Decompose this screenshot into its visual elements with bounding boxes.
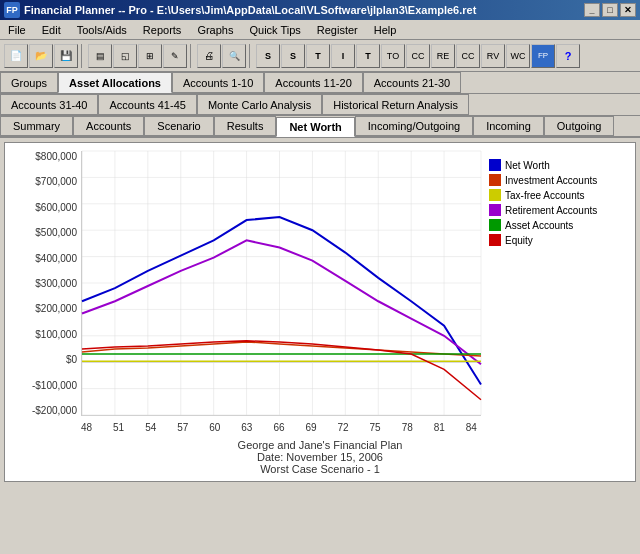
y-label-300k: $300,000 bbox=[35, 278, 77, 289]
nav-accounts-21-30[interactable]: Accounts 21-30 bbox=[363, 72, 461, 93]
tb-print[interactable]: 🖨 bbox=[197, 44, 221, 68]
legend-label-asset: Asset Accounts bbox=[505, 220, 573, 231]
x-label-48: 48 bbox=[81, 422, 92, 433]
tb-fp[interactable]: FP bbox=[531, 44, 555, 68]
nav-row1: Groups Asset Allocations Accounts 1-10 A… bbox=[0, 72, 640, 94]
y-label-600k: $600,000 bbox=[35, 202, 77, 213]
tb-c5[interactable]: T bbox=[356, 44, 380, 68]
x-label-54: 54 bbox=[145, 422, 156, 433]
menu-tools[interactable]: Tools/Aids bbox=[73, 23, 131, 37]
toolbar: 📄 📂 💾 ▤ ◱ ⊞ ✎ 🖨 🔍 S S T I T TO CC RE CC … bbox=[0, 40, 640, 72]
tb-sep3 bbox=[249, 44, 253, 68]
tb-c2[interactable]: S bbox=[281, 44, 305, 68]
tb-c4[interactable]: I bbox=[331, 44, 355, 68]
tab-outgoing[interactable]: Outgoing bbox=[544, 116, 615, 136]
y-label-500k: $500,000 bbox=[35, 227, 77, 238]
x-axis: 48 51 54 57 60 63 66 69 72 75 78 81 84 bbox=[5, 420, 635, 435]
menu-reports[interactable]: Reports bbox=[139, 23, 186, 37]
app-icon: FP bbox=[4, 2, 20, 18]
tb-c9[interactable]: CC bbox=[456, 44, 480, 68]
chart-main bbox=[81, 151, 481, 416]
x-label-81: 81 bbox=[434, 422, 445, 433]
nav-monte-carlo[interactable]: Monte Carlo Analysis bbox=[197, 94, 322, 115]
nav-accounts-11-20[interactable]: Accounts 11-20 bbox=[264, 72, 362, 93]
legend-taxfree: Tax-free Accounts bbox=[489, 189, 623, 201]
tb-c3[interactable]: T bbox=[306, 44, 330, 68]
legend-retirement: Retirement Accounts bbox=[489, 204, 623, 216]
title-text: Financial Planner -- Pro - E:\Users\Jim\… bbox=[24, 4, 476, 16]
menu-edit[interactable]: Edit bbox=[38, 23, 65, 37]
tb-c11[interactable]: WC bbox=[506, 44, 530, 68]
tab-net-worth[interactable]: Net Worth bbox=[276, 117, 354, 137]
tb-c8[interactable]: RE bbox=[431, 44, 455, 68]
y-label-200k: $200,000 bbox=[35, 303, 77, 314]
nav-accounts-31-40[interactable]: Accounts 31-40 bbox=[0, 94, 98, 115]
minimize-button[interactable]: _ bbox=[584, 3, 600, 17]
legend-color-asset bbox=[489, 219, 501, 231]
legend-equity: Equity bbox=[489, 234, 623, 246]
titlebar: FP Financial Planner -- Pro - E:\Users\J… bbox=[0, 0, 640, 20]
tab-incoming-outgoing[interactable]: Incoming/Outgoing bbox=[355, 116, 473, 136]
legend-label-equity: Equity bbox=[505, 235, 533, 246]
menu-quicktips[interactable]: Quick Tips bbox=[245, 23, 304, 37]
chart-container: $800,000 $700,000 $600,000 $500,000 $400… bbox=[5, 143, 635, 420]
x-label-60: 60 bbox=[209, 422, 220, 433]
menu-help[interactable]: Help bbox=[370, 23, 401, 37]
x-label-84: 84 bbox=[466, 422, 477, 433]
legend-label-net-worth: Net Worth bbox=[505, 160, 550, 171]
legend-asset: Asset Accounts bbox=[489, 219, 623, 231]
y-label-800k: $800,000 bbox=[35, 151, 77, 162]
tb-c10[interactable]: RV bbox=[481, 44, 505, 68]
nav-accounts-41-45[interactable]: Accounts 41-45 bbox=[98, 94, 196, 115]
tb-new[interactable]: 📄 bbox=[4, 44, 28, 68]
y-label-neg100k: -$100,000 bbox=[32, 380, 77, 391]
tab-incoming[interactable]: Incoming bbox=[473, 116, 544, 136]
x-label-78: 78 bbox=[402, 422, 413, 433]
x-label-57: 57 bbox=[177, 422, 188, 433]
nav-accounts-1-10[interactable]: Accounts 1-10 bbox=[172, 72, 264, 93]
menu-file[interactable]: File bbox=[4, 23, 30, 37]
tab-summary[interactable]: Summary bbox=[0, 116, 73, 136]
tab-scenario[interactable]: Scenario bbox=[144, 116, 213, 136]
x-label-72: 72 bbox=[338, 422, 349, 433]
tb-c7[interactable]: CC bbox=[406, 44, 430, 68]
tb-open[interactable]: 📂 bbox=[29, 44, 53, 68]
x-label-66: 66 bbox=[273, 422, 284, 433]
legend-label-retirement: Retirement Accounts bbox=[505, 205, 597, 216]
tb-help[interactable]: ? bbox=[556, 44, 580, 68]
nav-asset-allocations[interactable]: Asset Allocations bbox=[58, 72, 172, 93]
menu-register[interactable]: Register bbox=[313, 23, 362, 37]
x-label-63: 63 bbox=[241, 422, 252, 433]
chart-svg bbox=[82, 151, 481, 415]
tab-results[interactable]: Results bbox=[214, 116, 277, 136]
menu-graphs[interactable]: Graphs bbox=[193, 23, 237, 37]
nav-groups[interactable]: Groups bbox=[0, 72, 58, 93]
titlebar-left: FP Financial Planner -- Pro - E:\Users\J… bbox=[4, 2, 476, 18]
legend-investment: Investment Accounts bbox=[489, 174, 623, 186]
tb-c1[interactable]: S bbox=[256, 44, 280, 68]
nav-historical-return[interactable]: Historical Return Analysis bbox=[322, 94, 469, 115]
tb-preview[interactable]: 🔍 bbox=[222, 44, 246, 68]
tb-b4[interactable]: ✎ bbox=[163, 44, 187, 68]
tab-row: Summary Accounts Scenario Results Net Wo… bbox=[0, 116, 640, 138]
y-label-100k: $100,000 bbox=[35, 329, 77, 340]
y-label-0: $0 bbox=[66, 354, 77, 365]
caption-line1: George and Jane's Financial Plan bbox=[5, 439, 635, 451]
tb-b3[interactable]: ⊞ bbox=[138, 44, 162, 68]
close-button[interactable]: ✕ bbox=[620, 3, 636, 17]
x-label-51: 51 bbox=[113, 422, 124, 433]
legend-color-equity bbox=[489, 234, 501, 246]
tb-c6[interactable]: TO bbox=[381, 44, 405, 68]
tab-accounts[interactable]: Accounts bbox=[73, 116, 144, 136]
legend-color-net-worth bbox=[489, 159, 501, 171]
tb-b1[interactable]: ▤ bbox=[88, 44, 112, 68]
maximize-button[interactable]: □ bbox=[602, 3, 618, 17]
tb-b2[interactable]: ◱ bbox=[113, 44, 137, 68]
tb-sep1 bbox=[81, 44, 85, 68]
y-label-700k: $700,000 bbox=[35, 176, 77, 187]
nav-row2: Accounts 31-40 Accounts 41-45 Monte Carl… bbox=[0, 94, 640, 116]
legend-label-taxfree: Tax-free Accounts bbox=[505, 190, 584, 201]
y-label-400k: $400,000 bbox=[35, 253, 77, 264]
x-label-75: 75 bbox=[370, 422, 381, 433]
tb-save[interactable]: 💾 bbox=[54, 44, 78, 68]
